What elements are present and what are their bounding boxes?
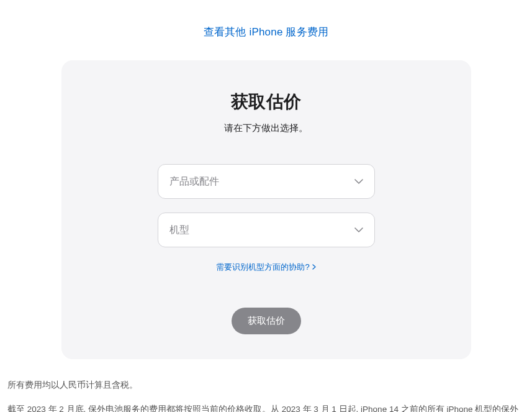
footer-line-1: 所有费用均以人民币计算且含税。	[7, 378, 525, 393]
product-select[interactable]: 产品或配件	[158, 164, 375, 199]
model-select[interactable]: 机型	[158, 213, 375, 247]
get-estimate-button[interactable]: 获取估价	[232, 308, 301, 334]
model-select-placeholder: 机型	[169, 224, 189, 237]
identify-model-help-link[interactable]: 需要识别机型方面的协助?	[216, 262, 315, 273]
chevron-down-icon	[354, 227, 363, 232]
chevron-down-icon	[354, 179, 363, 184]
chevron-right-icon	[312, 263, 316, 271]
estimate-card: 获取估价 请在下方做出选择。 产品或配件 机型 需要识别机型方面的协助?	[61, 60, 471, 359]
card-title: 获取估价	[92, 90, 440, 114]
other-services-link[interactable]: 查看其他 iPhone 服务费用	[204, 26, 329, 38]
card-subtitle: 请在下方做出选择。	[92, 122, 440, 134]
footer-line-2: 截至 2023 年 2 月底, 保外电池服务的费用都将按照当前的价格收取。从 2…	[7, 402, 525, 412]
footer-notes: 所有费用均以人民币计算且含税。 截至 2023 年 2 月底, 保外电池服务的费…	[7, 378, 525, 412]
product-select-placeholder: 产品或配件	[169, 175, 219, 188]
help-link-label: 需要识别机型方面的协助?	[216, 262, 309, 273]
